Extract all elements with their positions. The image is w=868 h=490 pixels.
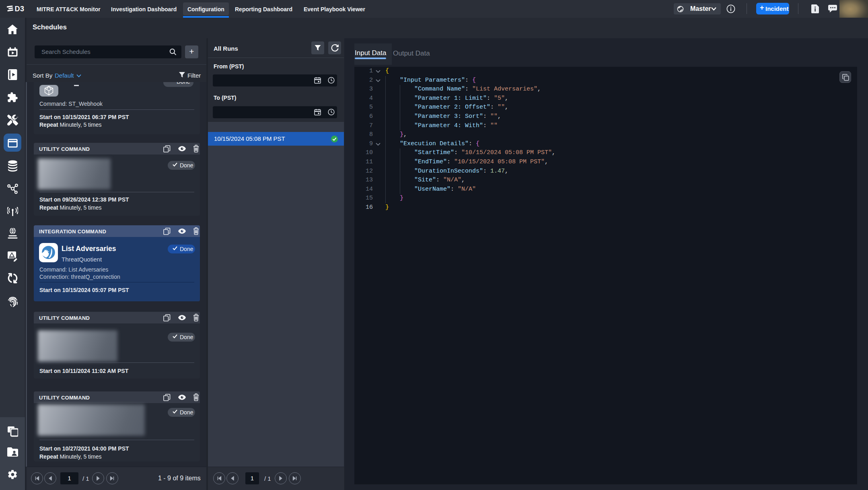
svg-text:D3: D3 [15,6,25,12]
